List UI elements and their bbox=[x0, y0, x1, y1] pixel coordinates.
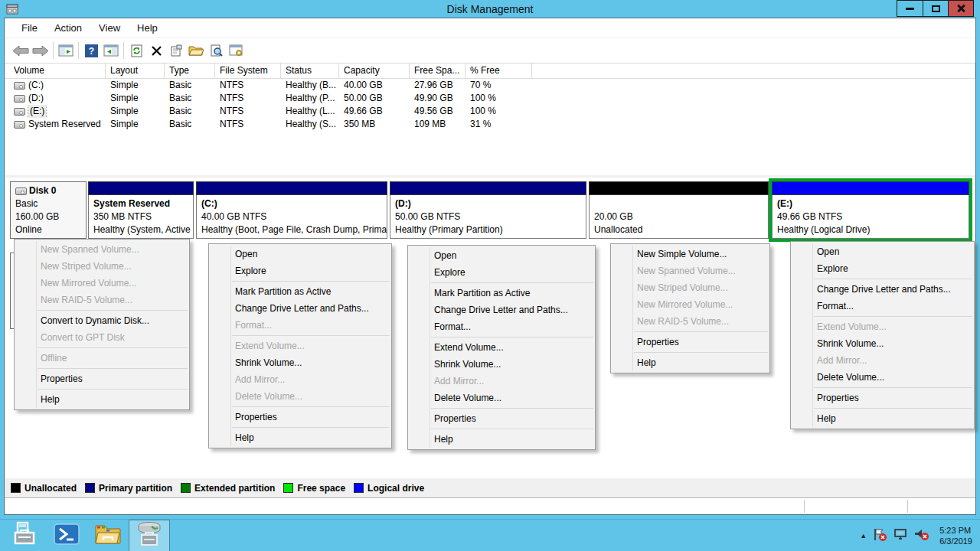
volume-row-e[interactable]: (E:)SimpleBasicNTFSHealthy (L...49.66 GB… bbox=[5, 105, 975, 118]
menu-item-extend-volume[interactable]: Extend Volume... bbox=[408, 339, 595, 356]
partition-c[interactable]: (C:)40.00 GB NTFSHealthy (Boot, Page Fil… bbox=[196, 181, 387, 239]
snapin-gear-icon[interactable] bbox=[226, 41, 246, 60]
menu-item-new-simple-volume[interactable]: New Simple Volume... bbox=[611, 246, 769, 262]
help-icon[interactable]: ? bbox=[81, 41, 101, 60]
menu-item-open[interactable]: Open bbox=[791, 243, 974, 260]
status-bar bbox=[5, 497, 975, 514]
menu-item-help[interactable]: Help bbox=[15, 391, 189, 408]
cell-fs: NTFS bbox=[215, 92, 281, 105]
menu-item-open[interactable]: Open bbox=[209, 246, 391, 262]
column-header-filler bbox=[532, 64, 975, 79]
menu-item-shrink-volume[interactable]: Shrink Volume... bbox=[791, 335, 974, 352]
legend-swatch bbox=[85, 483, 95, 493]
menu-item-change-drive-letter-and-paths[interactable]: Change Drive Letter and Paths... bbox=[791, 281, 974, 298]
menu-item-properties[interactable]: Properties bbox=[791, 390, 974, 406]
menu-item-shrink-volume[interactable]: Shrink Volume... bbox=[408, 356, 595, 373]
taskbar-button-powershell[interactable] bbox=[46, 520, 87, 551]
menu-item-help[interactable]: Help bbox=[791, 410, 974, 427]
menu-item-properties[interactable]: Properties bbox=[209, 409, 391, 425]
column-header-free-spa[interactable]: Free Spa... bbox=[410, 64, 466, 79]
tray-volume-icon[interactable] bbox=[913, 527, 929, 544]
delete-icon[interactable] bbox=[146, 41, 166, 60]
menu-item-properties[interactable]: Properties bbox=[408, 410, 595, 427]
volume-name: System Reserved bbox=[28, 118, 101, 131]
menu-item-explore[interactable]: Explore bbox=[408, 264, 595, 281]
volume-row-d[interactable]: (D:)SimpleBasicNTFSHealthy (P...50.00 GB… bbox=[5, 92, 975, 105]
menu-item-change-drive-letter-and-paths[interactable]: Change Drive Letter and Paths... bbox=[209, 300, 391, 317]
cell-status: Healthy (S... bbox=[281, 118, 339, 131]
menu-item-format[interactable]: Format... bbox=[791, 298, 974, 315]
cell-free: 27.96 GB bbox=[410, 79, 466, 92]
column-header-file-system[interactable]: File System bbox=[215, 64, 281, 79]
column-header-capacity[interactable]: Capacity bbox=[339, 64, 410, 79]
tray-chevron-icon[interactable]: ▲ bbox=[860, 532, 867, 540]
partition-system-reserved[interactable]: System Reserved350 MB NTFSHealthy (Syste… bbox=[88, 181, 194, 239]
menu-view[interactable]: View bbox=[91, 20, 128, 36]
menu-item-properties[interactable]: Properties bbox=[611, 334, 769, 350]
volume-c-menu: OpenExploreMark Partition as ActiveChang… bbox=[208, 243, 392, 448]
menu-item-explore[interactable]: Explore bbox=[209, 262, 391, 279]
menu-item-shrink-volume[interactable]: Shrink Volume... bbox=[209, 354, 391, 371]
menu-item-change-drive-letter-and-paths[interactable]: Change Drive Letter and Paths... bbox=[408, 302, 595, 318]
partition-d[interactable]: (D:)50.00 GB NTFSHealthy (Primary Partit… bbox=[390, 181, 586, 239]
tray-flag-icon[interactable] bbox=[872, 527, 887, 545]
partition-body: (D:)50.00 GB NTFSHealthy (Primary Partit… bbox=[390, 195, 586, 239]
taskbar-clock[interactable]: 5:23 PM 6/3/2019 bbox=[935, 525, 972, 546]
column-header-layout[interactable]: Layout bbox=[106, 64, 165, 79]
back-icon[interactable] bbox=[11, 41, 31, 60]
menu-item-explore[interactable]: Explore bbox=[791, 260, 974, 277]
column-header-type[interactable]: Type bbox=[165, 64, 215, 79]
partition-type-bar bbox=[390, 181, 586, 195]
open-folder-icon[interactable] bbox=[186, 41, 206, 60]
legend-item-unallocated: Unallocated bbox=[11, 483, 77, 494]
menu-item-properties[interactable]: Properties bbox=[15, 370, 189, 387]
tray-network-icon[interactable] bbox=[893, 528, 908, 544]
menu-item-delete-volume[interactable]: Delete Volume... bbox=[791, 369, 974, 386]
menu-item-open[interactable]: Open bbox=[408, 247, 595, 264]
column-header-status[interactable]: Status bbox=[281, 64, 339, 79]
partition-pstatus: Unallocated bbox=[594, 223, 768, 236]
refresh-icon[interactable] bbox=[126, 41, 146, 60]
close-button[interactable] bbox=[948, 1, 973, 16]
status-divider bbox=[804, 500, 805, 513]
taskbar-button-server-manager[interactable] bbox=[5, 520, 46, 551]
toolbar-separator bbox=[53, 42, 54, 59]
cell-free: 109 MB bbox=[410, 118, 466, 131]
column-header-volume[interactable]: Volume bbox=[5, 64, 106, 79]
legend-swatch bbox=[283, 483, 293, 493]
menu-item-format[interactable]: Format... bbox=[408, 318, 595, 335]
menu-item-add-mirror: Add Mirror... bbox=[791, 352, 974, 369]
cell-layout: Simple bbox=[106, 105, 165, 118]
cell-fs: NTFS bbox=[215, 79, 281, 92]
taskbar-button-disk-management[interactable] bbox=[129, 520, 170, 551]
partition-unallocated[interactable]: 20.00 GBUnallocated bbox=[589, 181, 769, 239]
menu-item-help[interactable]: Help bbox=[611, 354, 769, 371]
disk0-info-panel[interactable]: Disk 0 Basic 160.00 GB Online bbox=[10, 181, 87, 239]
partition-psize: 49.66 GB NTFS bbox=[777, 210, 969, 223]
forward-icon[interactable] bbox=[31, 41, 51, 60]
menu-item-convert-to-dynamic-disk[interactable]: Convert to Dynamic Disk... bbox=[15, 312, 189, 329]
menu-item-delete-volume: Delete Volume... bbox=[209, 388, 391, 405]
partition-e[interactable]: (E:)49.66 GB NTFSHealthy (Logical Drive) bbox=[772, 181, 969, 239]
menu-help[interactable]: Help bbox=[129, 20, 165, 36]
console-tree-icon[interactable] bbox=[101, 41, 121, 60]
column-header-free[interactable]: % Free bbox=[466, 64, 532, 79]
minimize-button[interactable] bbox=[897, 1, 923, 16]
taskbar-button-file-explorer[interactable] bbox=[87, 520, 129, 551]
maximize-button[interactable] bbox=[923, 1, 948, 16]
menu-item-mark-partition-as-active[interactable]: Mark Partition as Active bbox=[408, 285, 595, 302]
menu-item-mark-partition-as-active[interactable]: Mark Partition as Active bbox=[209, 283, 391, 300]
show-tree-icon[interactable] bbox=[56, 41, 76, 60]
volume-row-system-reserved[interactable]: System ReservedSimpleBasicNTFSHealthy (S… bbox=[5, 118, 975, 131]
volume-name: (E:) bbox=[28, 105, 46, 118]
volume-row-c[interactable]: (C:)SimpleBasicNTFSHealthy (B...40.00 GB… bbox=[5, 79, 975, 92]
find-icon[interactable] bbox=[206, 41, 226, 60]
menu-file[interactable]: File bbox=[14, 20, 45, 36]
menu-action[interactable]: Action bbox=[47, 20, 90, 36]
cell-pct: 31 % bbox=[466, 118, 532, 131]
menu-item-delete-volume[interactable]: Delete Volume... bbox=[408, 390, 595, 406]
properties-icon[interactable] bbox=[166, 41, 186, 60]
menu-item-help[interactable]: Help bbox=[209, 429, 391, 446]
window-title: Disk Management bbox=[0, 3, 980, 15]
menu-item-help[interactable]: Help bbox=[408, 431, 595, 448]
